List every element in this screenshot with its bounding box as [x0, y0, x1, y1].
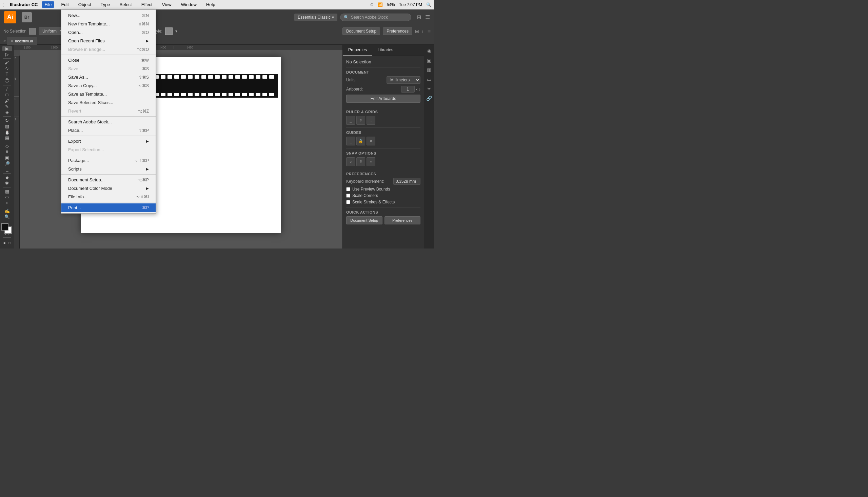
menu-browse-bridge-shortcut: ⌥⌘O — [137, 47, 149, 52]
menu-scripts[interactable]: Scripts ▶ — [61, 165, 156, 173]
menu-document-setup-label: Document Setup... — [68, 177, 105, 182]
menu-save-slices-label: Save Selected Slices... — [68, 100, 113, 105]
menu-save-template-label: Save as Template... — [68, 91, 107, 97]
menu-save-shortcut: ⌘S — [142, 67, 149, 71]
menu-save-copy[interactable]: Save a Copy... ⌥⌘S — [61, 81, 156, 90]
menu-document-setup-shortcut: ⌥⌘P — [137, 178, 149, 182]
menu-new-shortcut: ⌘N — [142, 13, 149, 18]
menu-type[interactable]: Type — [98, 1, 113, 8]
menubar-left:  Illustrator CC File Edit Object Type S… — [3, 1, 218, 8]
menu-select[interactable]: Select — [117, 1, 134, 8]
menu-object[interactable]: Object — [76, 1, 94, 8]
search-icon[interactable]: 🔍 — [426, 2, 431, 7]
menu-save-as[interactable]: Save As... ⇧⌘S — [61, 73, 156, 81]
menu-package-label: Package... — [68, 158, 89, 163]
menu-open-recent-arrow: ▶ — [146, 39, 149, 43]
menu-save-as-shortcut: ⇧⌘S — [139, 75, 149, 80]
menu-print[interactable]: Print... ⌘P — [61, 203, 156, 212]
wifi-icon: 📶 — [378, 2, 383, 7]
menu-bar:  Illustrator CC File Edit Object Type S… — [0, 0, 434, 10]
menu-place[interactable]: Place... ⇧⌘P — [61, 126, 156, 134]
menu-edit[interactable]: Edit — [58, 1, 71, 8]
menu-scripts-label: Scripts — [68, 167, 82, 172]
menu-file-info[interactable]: File Info... ⌥⇧⌘I — [61, 193, 156, 201]
menu-close-label: Close — [68, 58, 79, 63]
menu-doc-color-mode-label: Document Color Mode — [68, 186, 112, 191]
apple-menu[interactable]:  — [3, 2, 4, 8]
menu-new-template[interactable]: New from Template... ⇧⌘N — [61, 20, 156, 28]
menubar-right: ⊙ 📶 54% Tue 7:07 PM 🔍 — [370, 2, 431, 7]
menu-save-label: Save — [68, 66, 78, 71]
menu-export[interactable]: Export ▶ — [61, 137, 156, 145]
app-name: Illustrator CC — [10, 2, 38, 7]
menu-sep-6 — [61, 202, 156, 202]
file-menu: New... ⌘N New from Template... ⇧⌘N Open.… — [61, 10, 156, 214]
menu-revert-shortcut: ⌥⌘Z — [138, 109, 149, 114]
menu-search-stock[interactable]: Search Adobe Stock... — [61, 118, 156, 126]
menu-doc-color-mode[interactable]: Document Color Mode ▶ — [61, 184, 156, 193]
battery-label: 54% — [387, 2, 395, 7]
menu-place-label: Place... — [68, 128, 83, 133]
menu-save-copy-label: Save a Copy... — [68, 83, 97, 88]
menu-file-info-shortcut: ⌥⇧⌘I — [136, 195, 149, 199]
menu-view[interactable]: View — [159, 1, 174, 8]
menu-revert: Revert ⌥⌘Z — [61, 107, 156, 115]
menu-new-template-shortcut: ⇧⌘N — [138, 22, 149, 26]
menu-close-shortcut: ⌘W — [141, 58, 149, 63]
menu-open[interactable]: Open... ⌘O — [61, 28, 156, 37]
menu-package[interactable]: Package... ⌥⇧⌘P — [61, 156, 156, 165]
menu-sep-2 — [61, 116, 156, 117]
control-center-icon[interactable]: ⊙ — [370, 2, 374, 7]
menu-save-copy-shortcut: ⌥⌘S — [137, 83, 149, 88]
menu-help[interactable]: Help — [203, 1, 218, 8]
menu-file[interactable]: File — [42, 1, 54, 8]
menu-close[interactable]: Close ⌘W — [61, 56, 156, 65]
menu-save-template[interactable]: Save as Template... — [61, 90, 156, 98]
menu-doc-color-mode-arrow: ▶ — [146, 186, 149, 190]
menu-window[interactable]: Window — [179, 1, 199, 8]
menu-export-label: Export — [68, 139, 81, 144]
menu-export-selection-label: Export Selection... — [68, 147, 104, 152]
menu-sep-4 — [61, 155, 156, 155]
menu-print-shortcut: ⌘P — [142, 205, 149, 210]
menu-new-label: New... — [68, 13, 80, 18]
time-label: Tue 7:07 PM — [399, 2, 422, 7]
file-menu-overlay[interactable]: New... ⌘N New from Template... ⇧⌘N Open.… — [0, 10, 434, 248]
menu-sep-3 — [61, 136, 156, 136]
menu-file-info-label: File Info... — [68, 194, 87, 199]
menu-open-recent-label: Open Recent Files — [68, 38, 105, 43]
menu-export-selection: Export Selection... — [61, 145, 156, 154]
menu-save-as-label: Save As... — [68, 74, 88, 80]
menu-export-arrow: ▶ — [146, 139, 149, 143]
menu-new-template-label: New from Template... — [68, 22, 110, 26]
menu-save: Save ⌘S — [61, 65, 156, 73]
menu-print-label: Print... — [68, 205, 81, 210]
menu-save-slices[interactable]: Save Selected Slices... — [61, 98, 156, 107]
menu-package-shortcut: ⌥⇧⌘P — [134, 158, 149, 163]
menu-browse-bridge: Browse in Bridge... ⌥⌘O — [61, 45, 156, 54]
menu-place-shortcut: ⇧⌘P — [139, 128, 149, 133]
menu-sep-5 — [61, 174, 156, 174]
menu-open-shortcut: ⌘O — [142, 30, 149, 35]
menu-search-stock-label: Search Adobe Stock... — [68, 119, 112, 124]
menu-scripts-arrow: ▶ — [146, 167, 149, 171]
menu-open-label: Open... — [68, 30, 83, 35]
menu-document-setup[interactable]: Document Setup... ⌥⌘P — [61, 175, 156, 184]
menu-open-recent[interactable]: Open Recent Files ▶ — [61, 37, 156, 45]
menu-browse-bridge-label: Browse in Bridge... — [68, 47, 105, 52]
menu-revert-label: Revert — [68, 109, 81, 114]
menu-sep-1 — [61, 55, 156, 55]
menu-new[interactable]: New... ⌘N — [61, 11, 156, 20]
menu-effect[interactable]: Effect — [139, 1, 155, 8]
